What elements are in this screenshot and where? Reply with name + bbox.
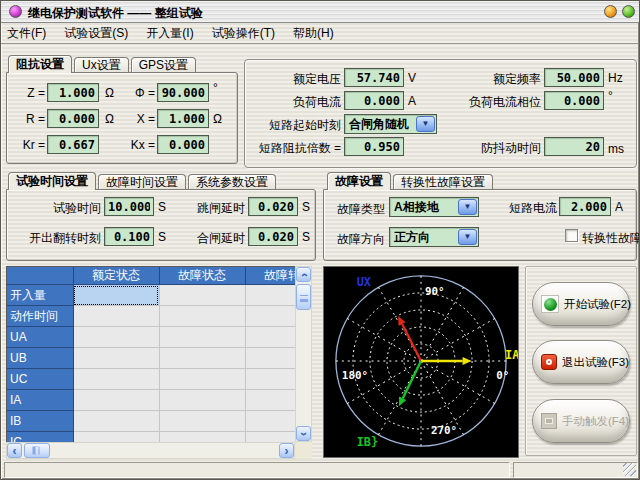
rated-voltage-input[interactable]	[344, 68, 404, 87]
close-orb-button[interactable]	[622, 5, 635, 18]
rated-frequency-input[interactable]	[544, 68, 604, 87]
test-time-input[interactable]	[104, 197, 154, 216]
tab-test-time[interactable]: 试验时间设置	[8, 172, 96, 190]
fault-type-combo[interactable]: A相接地 ▼	[389, 197, 479, 217]
x-unit: Ω	[213, 112, 222, 126]
table-cell[interactable]	[159, 369, 245, 390]
manual-trigger-button[interactable]: 手动触发(F4)	[532, 399, 630, 443]
angle-label-180: 180°	[342, 369, 368, 382]
load-current-input[interactable]	[344, 91, 404, 110]
table-cell[interactable]	[73, 432, 159, 443]
scroll-left-button[interactable]: ‹	[7, 443, 22, 458]
short-current-input[interactable]	[559, 197, 611, 216]
vertical-scroll-thumb[interactable]	[296, 284, 311, 310]
table-cell[interactable]	[245, 390, 295, 411]
table-cell[interactable]	[159, 306, 245, 327]
z-input[interactable]	[47, 83, 99, 102]
app-window: 继电保护测试软件 —— 整组试验 文件(F) 试验设置(S) 开入量(I) 试验…	[0, 0, 640, 480]
row-header-ub[interactable]: UB	[7, 348, 73, 369]
table-vertical-scrollbar[interactable]: › ›	[295, 266, 312, 442]
r-input[interactable]	[47, 109, 99, 128]
short-start-combo[interactable]: 合闸角随机 ▼	[344, 114, 437, 134]
table-corner-cell[interactable]	[7, 267, 73, 285]
table-cell[interactable]	[245, 348, 295, 369]
fault-direction-combo[interactable]: 正方向 ▼	[389, 227, 479, 247]
start-test-button[interactable]: 开始试验(F2)	[532, 282, 630, 326]
table-horizontal-scrollbar[interactable]: ‹ ›	[6, 442, 295, 459]
row-header-ic[interactable]: IC	[7, 432, 73, 443]
impedance-factor-input[interactable]	[344, 137, 404, 156]
table-cell[interactable]	[73, 306, 159, 327]
tab-impedance-settings[interactable]: 阻抗设置	[8, 55, 72, 73]
row-header-ua[interactable]: UA	[7, 327, 73, 348]
scroll-down-button[interactable]: ›	[296, 426, 311, 441]
table-cell[interactable]	[73, 411, 159, 432]
kx-input[interactable]	[157, 135, 209, 154]
table-cell-selected[interactable]	[73, 285, 159, 306]
table-cell[interactable]	[159, 348, 245, 369]
menu-help[interactable]: 帮助(H)	[293, 25, 334, 42]
scrollbar-corner	[295, 442, 312, 459]
flip-time-input[interactable]	[104, 227, 154, 246]
exit-test-button[interactable]: 退出试验(F3)	[532, 340, 630, 384]
horizontal-scroll-thumb[interactable]	[24, 443, 50, 458]
table-cell[interactable]	[245, 306, 295, 327]
row-header-ib[interactable]: IB	[7, 411, 73, 432]
tab-gps-settings[interactable]: GPS设置	[131, 57, 196, 72]
rated-voltage-label: 额定电压	[249, 71, 341, 88]
table-cell[interactable]	[159, 327, 245, 348]
short-start-combo-arrow-icon[interactable]: ▼	[416, 116, 435, 132]
close-delay-input[interactable]	[248, 227, 298, 246]
table-cell[interactable]	[245, 369, 295, 390]
table-cell[interactable]	[73, 390, 159, 411]
col-header-rated-state[interactable]: 额定状态	[73, 267, 159, 285]
table-cell[interactable]	[73, 348, 159, 369]
menu-test-operation[interactable]: 试验操作(T)	[212, 25, 275, 42]
table-cell[interactable]	[245, 327, 295, 348]
scroll-up-button[interactable]: ›	[296, 267, 311, 282]
table-cell[interactable]	[159, 285, 245, 306]
table-cell[interactable]	[245, 432, 295, 443]
x-input[interactable]	[157, 109, 209, 128]
short-start-combo-value: 合闸角随机	[349, 116, 409, 133]
debounce-input[interactable]	[544, 137, 604, 156]
table-cell[interactable]	[159, 390, 245, 411]
row-header-uc[interactable]: UC	[7, 369, 73, 390]
tab-fault-time[interactable]: 故障时间设置	[98, 174, 186, 189]
table-cell[interactable]	[245, 285, 295, 306]
fault-type-combo-arrow-icon[interactable]: ▼	[458, 199, 477, 215]
app-orb-icon[interactable]	[9, 5, 22, 18]
tab-fault-settings[interactable]: 故障设置	[327, 172, 391, 190]
table-cell[interactable]	[245, 411, 295, 432]
tab-ux-settings[interactable]: Ux设置	[74, 57, 129, 72]
menu-file[interactable]: 文件(F)	[7, 25, 46, 42]
phasor-diagram: 90° 0° 180° 270° UX IA IB}	[323, 266, 519, 458]
table-cell[interactable]	[73, 369, 159, 390]
row-header-ia[interactable]: IA	[7, 390, 73, 411]
trip-delay-input[interactable]	[248, 197, 298, 216]
menu-binary-input[interactable]: 开入量(I)	[146, 25, 193, 42]
minimize-orb-button[interactable]	[604, 5, 617, 18]
row-header-action-time[interactable]: 动作时间	[7, 306, 73, 327]
col-header-fault-convert[interactable]: 故障转换	[245, 267, 295, 285]
convert-fault-checkbox[interactable]	[565, 229, 578, 242]
close-delay-unit: S	[302, 230, 310, 244]
resize-grip[interactable]	[623, 463, 636, 476]
table-cell[interactable]	[73, 327, 159, 348]
table-cell[interactable]	[159, 411, 245, 432]
table-cell[interactable]	[159, 432, 245, 443]
row-header-binary-input[interactable]: 开入量	[7, 285, 73, 306]
tab-convert-fault-settings[interactable]: 转换性故障设置	[393, 174, 493, 189]
angle-label-270: 270°	[431, 424, 457, 437]
scroll-right-button[interactable]: ›	[279, 443, 294, 458]
menu-test-settings[interactable]: 试验设置(S)	[64, 25, 128, 42]
title-bar[interactable]: 继电保护测试软件 —— 整组试验	[1, 1, 640, 23]
fault-tab-strip: 故障设置 转换性故障设置	[327, 172, 495, 189]
debounce-label: 防抖动时间	[439, 140, 541, 157]
load-phase-input[interactable]	[544, 91, 604, 110]
fault-direction-combo-arrow-icon[interactable]: ▼	[458, 229, 477, 245]
phi-input[interactable]	[157, 83, 209, 102]
col-header-fault-state[interactable]: 故障状态	[159, 267, 245, 285]
tab-system-params[interactable]: 系统参数设置	[188, 174, 276, 189]
kr-input[interactable]	[47, 135, 99, 154]
